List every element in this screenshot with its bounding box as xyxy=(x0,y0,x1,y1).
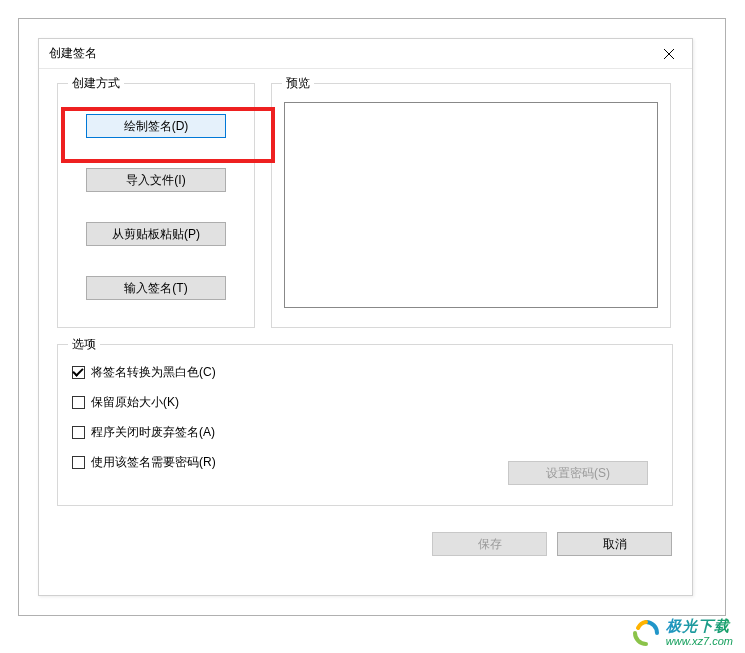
type-signature-button[interactable]: 输入签名(T) xyxy=(86,276,226,300)
option-discard-checkbox[interactable] xyxy=(72,426,85,439)
set-password-button: 设置密码(S) xyxy=(508,461,648,485)
close-button[interactable] xyxy=(654,42,684,66)
dialog-buttons: 保存 取消 xyxy=(57,532,674,556)
watermark-text: 极光下载 www.xz7.com xyxy=(666,618,733,647)
option-password-label: 使用该签名需要密码(R) xyxy=(91,454,216,471)
preview-legend: 预览 xyxy=(282,75,314,92)
options-legend: 选项 xyxy=(68,336,100,353)
watermark: 极光下载 www.xz7.com xyxy=(632,618,733,647)
option-discard-row[interactable]: 程序关闭时废弃签名(A) xyxy=(72,423,658,441)
option-bw-checkbox[interactable] xyxy=(72,366,85,379)
create-signature-dialog: 创建签名 创建方式 绘制签名(D) 导入文件(I) 从剪贴板粘贴(P) 输入签名… xyxy=(38,38,693,596)
titlebar: 创建签名 xyxy=(39,39,692,69)
option-keepsize-checkbox[interactable] xyxy=(72,396,85,409)
options-group: 选项 将签名转换为黑白色(C) 保留原始大小(K) 程序关闭时废弃签名(A) 使… xyxy=(57,344,673,506)
preview-canvas xyxy=(284,102,658,308)
option-bw-label: 将签名转换为黑白色(C) xyxy=(91,364,216,381)
option-password-checkbox[interactable] xyxy=(72,456,85,469)
dialog-body: 创建方式 绘制签名(D) 导入文件(I) 从剪贴板粘贴(P) 输入签名(T) 预… xyxy=(39,69,692,570)
import-file-button[interactable]: 导入文件(I) xyxy=(86,168,226,192)
option-keepsize-label: 保留原始大小(K) xyxy=(91,394,179,411)
close-icon xyxy=(664,49,674,59)
preview-group: 预览 xyxy=(271,83,671,328)
option-discard-label: 程序关闭时废弃签名(A) xyxy=(91,424,215,441)
watermark-logo-icon xyxy=(632,619,660,647)
option-keepsize-row[interactable]: 保留原始大小(K) xyxy=(72,393,658,411)
paste-clipboard-button[interactable]: 从剪贴板粘贴(P) xyxy=(86,222,226,246)
watermark-title: 极光下载 xyxy=(666,618,733,635)
watermark-url: www.xz7.com xyxy=(666,635,733,647)
dialog-title: 创建签名 xyxy=(49,45,97,62)
save-button: 保存 xyxy=(432,532,547,556)
creation-method-legend: 创建方式 xyxy=(68,75,124,92)
creation-method-group: 创建方式 绘制签名(D) 导入文件(I) 从剪贴板粘贴(P) 输入签名(T) xyxy=(57,83,255,328)
cancel-button[interactable]: 取消 xyxy=(557,532,672,556)
draw-signature-button[interactable]: 绘制签名(D) xyxy=(86,114,226,138)
option-bw-row[interactable]: 将签名转换为黑白色(C) xyxy=(72,363,658,381)
